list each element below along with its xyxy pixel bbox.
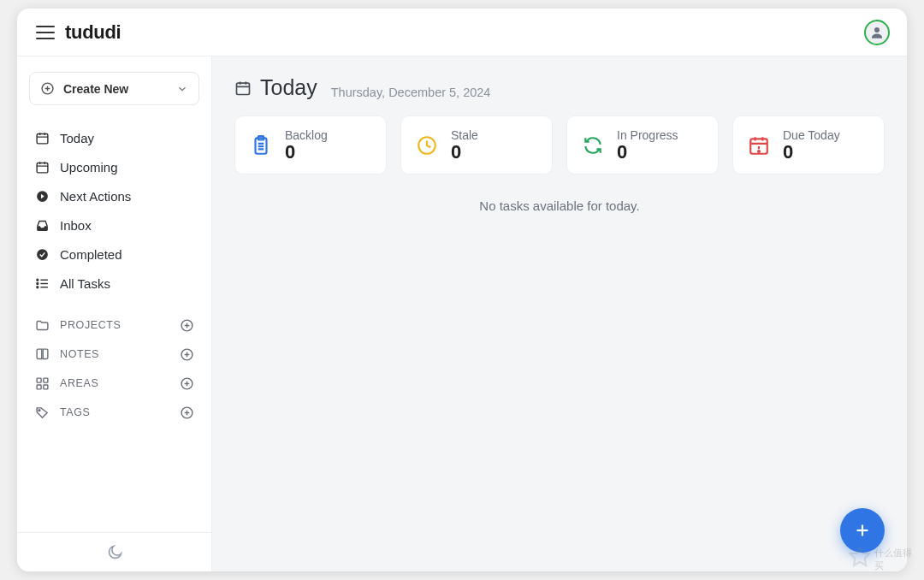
nav-item-label: Completed xyxy=(60,247,122,262)
section-label: TAGS xyxy=(60,406,91,418)
section-list: PROJECTS NOTES xyxy=(29,312,199,425)
card-value: 0 xyxy=(783,142,840,162)
page-date: Thursday, December 5, 2024 xyxy=(331,86,491,99)
book-icon xyxy=(34,346,50,362)
svg-rect-4 xyxy=(37,133,48,143)
plus-icon xyxy=(853,521,872,540)
empty-state-text: No tasks available for today. xyxy=(234,198,885,213)
card-in-progress[interactable]: In Progress 0 xyxy=(566,115,719,175)
calendar-icon xyxy=(234,80,252,97)
card-label: In Progress xyxy=(617,128,678,142)
section-label: AREAS xyxy=(60,377,98,389)
svg-point-52 xyxy=(758,151,760,152)
section-label: NOTES xyxy=(60,348,99,360)
svg-rect-29 xyxy=(43,384,47,388)
check-circle-icon xyxy=(34,246,50,262)
add-project-button[interactable] xyxy=(179,317,194,333)
inbox-icon xyxy=(34,217,50,233)
theme-toggle-button[interactable] xyxy=(106,544,123,561)
calendar-icon xyxy=(34,130,50,145)
page-title: Today xyxy=(260,75,317,100)
nav-item-label: Today xyxy=(60,131,94,145)
card-value: 0 xyxy=(285,142,328,162)
card-value: 0 xyxy=(617,142,678,162)
page-header: Today Thursday, December 5, 2024 xyxy=(234,75,885,100)
svg-rect-28 xyxy=(37,384,41,388)
svg-point-0 xyxy=(874,27,880,33)
folder-icon xyxy=(34,317,50,333)
svg-rect-8 xyxy=(37,163,48,172)
svg-point-19 xyxy=(36,286,38,287)
card-backlog[interactable]: Backlog 0 xyxy=(234,115,387,175)
svg-point-13 xyxy=(37,249,48,260)
nav-item-completed[interactable]: Completed xyxy=(29,240,199,268)
clipboard-icon xyxy=(249,133,273,157)
svg-point-18 xyxy=(36,282,38,284)
section-areas[interactable]: AREAS xyxy=(29,370,199,396)
section-tags[interactable]: TAGS xyxy=(29,399,199,425)
create-new-button[interactable]: Create New xyxy=(29,72,199,105)
nav-list: Today Upcoming Next Actions xyxy=(29,124,199,297)
app-brand: tududi xyxy=(65,21,121,44)
add-tag-button[interactable] xyxy=(179,405,194,420)
svg-rect-37 xyxy=(237,83,250,94)
clock-icon xyxy=(415,133,439,157)
nav-item-label: Upcoming xyxy=(60,160,118,175)
card-value: 0 xyxy=(451,142,478,162)
main-content: Today Thursday, December 5, 2024 Backlog… xyxy=(212,56,907,571)
svg-rect-26 xyxy=(37,378,41,382)
card-label: Stale xyxy=(451,128,478,142)
app-header: tududi xyxy=(17,9,907,56)
svg-point-33 xyxy=(38,409,39,411)
nav-item-all-tasks[interactable]: All Tasks xyxy=(29,269,199,297)
nav-item-today[interactable]: Today xyxy=(29,124,199,151)
add-note-button[interactable] xyxy=(179,346,194,362)
svg-point-17 xyxy=(36,279,38,281)
plus-circle-icon xyxy=(40,81,55,96)
sidebar: Create New Today xyxy=(17,56,212,571)
section-notes[interactable]: NOTES xyxy=(29,341,199,367)
nav-item-next-actions[interactable]: Next Actions xyxy=(29,182,199,210)
chevron-down-icon xyxy=(176,83,188,95)
calendar-alert-icon xyxy=(747,133,771,157)
section-projects[interactable]: PROJECTS xyxy=(29,312,199,338)
create-new-label: Create New xyxy=(63,82,128,96)
user-avatar[interactable] xyxy=(864,20,890,45)
nav-item-label: Next Actions xyxy=(60,189,131,204)
summary-cards: Backlog 0 Stale 0 xyxy=(234,115,885,175)
card-due-today[interactable]: Due Today 0 xyxy=(732,115,885,175)
section-label: PROJECTS xyxy=(60,319,121,331)
nav-item-upcoming[interactable]: Upcoming xyxy=(29,153,199,181)
menu-toggle-icon[interactable] xyxy=(36,26,55,39)
nav-item-label: All Tasks xyxy=(60,276,110,291)
nav-item-label: Inbox xyxy=(60,218,92,233)
tag-icon xyxy=(34,405,50,420)
card-label: Due Today xyxy=(783,128,840,142)
calendar-icon xyxy=(34,159,50,175)
user-icon xyxy=(869,25,885,40)
card-label: Backlog xyxy=(285,128,328,142)
arrow-circle-icon xyxy=(34,188,50,204)
list-icon xyxy=(34,275,50,291)
nav-item-inbox[interactable]: Inbox xyxy=(29,211,199,239)
card-stale[interactable]: Stale 0 xyxy=(400,115,553,175)
sidebar-footer xyxy=(17,532,211,571)
grid-icon xyxy=(34,376,50,391)
add-area-button[interactable] xyxy=(179,376,194,391)
svg-rect-27 xyxy=(43,378,47,382)
add-task-fab[interactable] xyxy=(840,508,885,553)
refresh-icon xyxy=(581,133,605,157)
